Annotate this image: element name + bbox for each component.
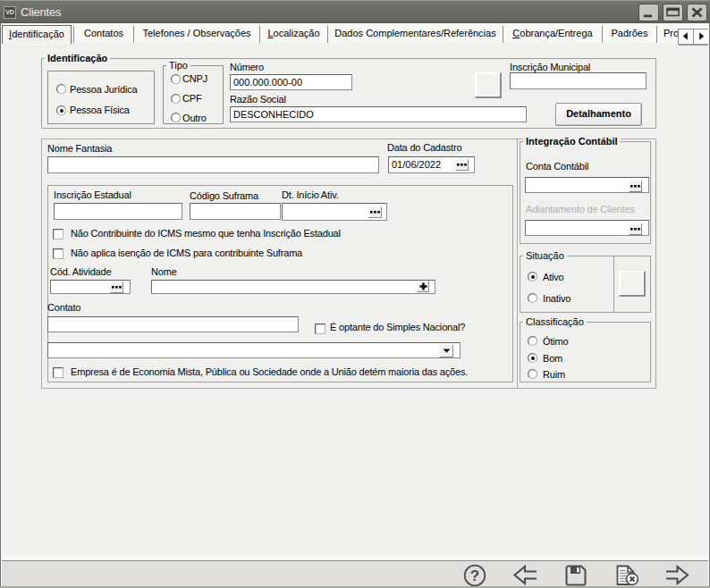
svg-text:?: ?	[470, 567, 479, 584]
